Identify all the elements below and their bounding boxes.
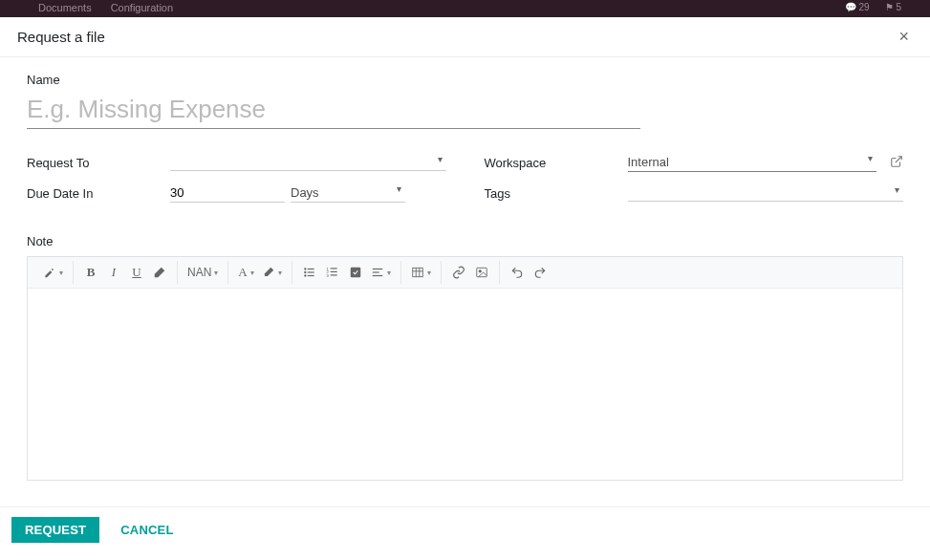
magic-icon[interactable]: ▾ <box>39 261 67 284</box>
app-topbar: Documents Configuration 💬 29 ⚑ 5 <box>0 0 930 17</box>
underline-button[interactable]: U <box>125 261 148 284</box>
tags-select[interactable] <box>628 184 904 202</box>
workspace-label: Workspace <box>485 156 628 170</box>
table-dropdown[interactable]: ▾ <box>407 261 435 284</box>
svg-rect-13 <box>350 268 360 278</box>
svg-text:3: 3 <box>326 273 329 278</box>
modal-request-file: Request a file × Name Request To Due Dat… <box>0 17 930 560</box>
svg-rect-16 <box>372 275 382 276</box>
svg-rect-10 <box>330 271 336 272</box>
checklist-icon[interactable] <box>344 261 367 284</box>
modal-header: Request a file × <box>0 17 930 57</box>
topbar-counter-1[interactable]: 💬 29 <box>845 2 870 12</box>
request-to-label: Request To <box>27 156 170 170</box>
nav-configuration[interactable]: Configuration <box>111 2 173 17</box>
paragraph-style-dropdown[interactable]: NAN▾ <box>184 261 222 284</box>
topbar-counter-2[interactable]: ⚑ 5 <box>885 2 901 12</box>
nav-documents[interactable]: Documents <box>38 2 92 17</box>
ordered-list-icon[interactable]: 123 <box>321 261 344 284</box>
unordered-list-icon[interactable] <box>298 261 321 284</box>
align-dropdown[interactable]: ▾ <box>367 261 395 284</box>
image-icon[interactable] <box>470 261 493 284</box>
name-label: Name <box>27 73 903 87</box>
svg-rect-15 <box>372 271 378 272</box>
note-label: Note <box>27 234 903 248</box>
redo-icon[interactable] <box>529 261 552 284</box>
modal-title: Request a file <box>17 29 105 45</box>
svg-point-22 <box>479 270 481 272</box>
due-date-number-input[interactable] <box>170 183 285 203</box>
erase-format-icon[interactable] <box>148 261 171 284</box>
note-textarea[interactable] <box>28 289 902 480</box>
svg-point-3 <box>304 271 306 273</box>
editor-toolbar: ▾ B I U NAN▾ <box>28 257 902 289</box>
due-date-unit-select[interactable]: Days <box>291 183 405 203</box>
close-icon[interactable]: × <box>895 27 913 47</box>
svg-rect-17 <box>412 268 422 276</box>
svg-rect-8 <box>330 268 336 269</box>
modal-body: Name Request To Due Date In Days <box>0 57 930 506</box>
bold-button[interactable]: B <box>79 261 102 284</box>
italic-button[interactable]: I <box>102 261 125 284</box>
svg-rect-14 <box>372 269 382 269</box>
external-link-icon[interactable] <box>890 155 903 171</box>
rich-text-editor: ▾ B I U NAN▾ <box>27 256 903 481</box>
cancel-button[interactable]: Cancel <box>107 517 186 543</box>
svg-point-1 <box>304 268 306 269</box>
link-icon[interactable] <box>447 261 470 284</box>
font-color-dropdown[interactable]: A▾ <box>234 261 257 284</box>
highlight-color-dropdown[interactable]: ▾ <box>258 261 286 284</box>
svg-rect-21 <box>476 268 487 276</box>
svg-rect-4 <box>307 271 314 272</box>
name-input[interactable] <box>27 93 640 129</box>
svg-rect-2 <box>307 269 314 269</box>
tags-label: Tags <box>485 186 628 201</box>
svg-rect-6 <box>307 275 314 276</box>
due-date-label: Due Date In <box>27 186 170 201</box>
svg-line-0 <box>896 156 901 162</box>
undo-icon[interactable] <box>506 261 529 284</box>
request-button[interactable]: Request <box>11 517 99 543</box>
modal-footer: Request Cancel <box>0 506 930 560</box>
workspace-select[interactable]: Internal <box>628 153 877 172</box>
request-to-select[interactable] <box>170 154 446 171</box>
svg-point-5 <box>304 274 306 276</box>
svg-rect-12 <box>330 274 336 275</box>
